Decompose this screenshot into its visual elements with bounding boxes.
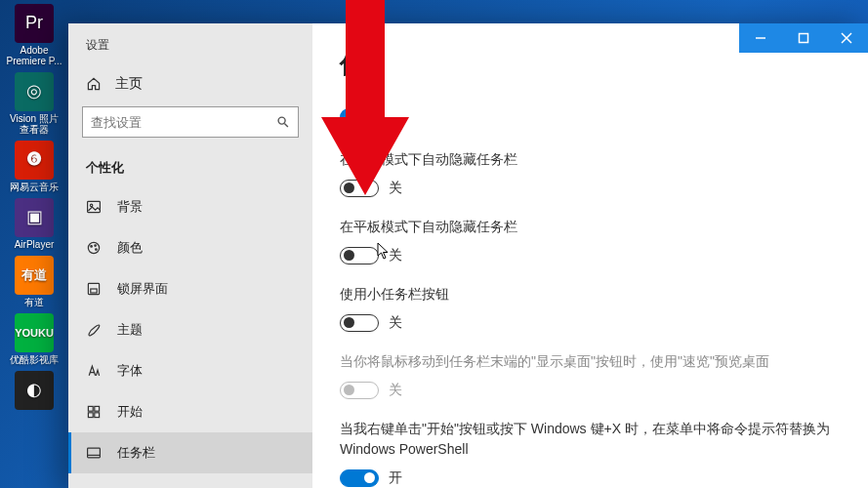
toggle-switch[interactable] [340, 314, 379, 332]
toggle-state: 关 [389, 180, 402, 197]
desktop-icon[interactable]: ❻网易云音乐 [6, 141, 62, 192]
start-icon [86, 404, 102, 420]
svg-point-11 [96, 249, 98, 251]
desktop-icon-label: 优酷影视库 [10, 354, 59, 365]
taskbar-icon [86, 445, 102, 461]
settings-sidebar: 设置 主页 个性化 背景 颜色 锁屏界面 主题 字体 [68, 23, 312, 488]
settings-content: 任 在桌面模式下自动隐藏任务栏 关 在平板模式下自动隐藏任务栏 关 使用小任务栏… [312, 23, 868, 488]
desktop-icon[interactable]: YOUKU优酷影视库 [6, 313, 62, 365]
nav-fonts[interactable]: 字体 [68, 350, 312, 391]
nav-taskbar[interactable]: 任务栏 [68, 432, 312, 473]
svg-rect-16 [88, 413, 93, 418]
app-tile-icon: Pr [15, 4, 54, 43]
svg-point-8 [88, 242, 99, 253]
setting-peek-desktop: 当你将鼠标移动到任务栏末端的"显示桌面"按钮时，使用"速览"预览桌面 关 [340, 351, 841, 399]
app-tile-icon: ◎ [15, 72, 54, 111]
toggle-switch[interactable] [340, 469, 379, 487]
nav-start[interactable]: 开始 [68, 391, 312, 432]
nav-themes[interactable]: 主题 [68, 309, 312, 350]
svg-rect-17 [95, 413, 100, 418]
desktop-icon[interactable]: ◎Vision 照片查看器 [6, 72, 62, 135]
search-icon [276, 115, 290, 129]
nav-group-title: 个性化 [68, 155, 312, 186]
setting-label: 在桌面模式下自动隐藏任务栏 [340, 149, 841, 170]
close-button[interactable] [825, 23, 868, 53]
toggle-state: 关 [389, 247, 402, 264]
desktop-icon-label: AirPlayer [15, 239, 55, 250]
app-tile-icon: ❻ [15, 141, 54, 180]
app-tile-icon: ▣ [15, 198, 54, 237]
toggle-state: 关 [389, 314, 402, 332]
font-icon [86, 363, 102, 379]
search-settings[interactable] [82, 106, 299, 138]
settings-window: 设置 主页 个性化 背景 颜色 锁屏界面 主题 字体 [68, 23, 868, 488]
svg-point-10 [95, 245, 97, 247]
setting-powershell-replace: 当我右键单击"开始"按钮或按下 Windows 键+X 时，在菜单中将命令提示符… [340, 419, 841, 487]
minimize-button[interactable] [739, 23, 782, 53]
nav-background[interactable]: 背景 [68, 186, 312, 227]
search-input[interactable] [91, 115, 270, 130]
toggle-switch[interactable] [340, 180, 379, 197]
desktop-icon-label: Adobe Premiere P... [6, 45, 62, 66]
svg-line-5 [284, 123, 288, 126]
toggle-switch-disabled [340, 382, 379, 399]
toggle-state: 关 [389, 382, 402, 399]
svg-point-4 [278, 117, 285, 124]
setting-label: 在平板模式下自动隐藏任务栏 [340, 217, 841, 237]
brush-icon [86, 322, 102, 338]
window-titlebar-controls [739, 23, 868, 53]
lockscreen-icon [86, 281, 102, 297]
nav-label: 颜色 [117, 239, 143, 257]
setting-label: 当你将鼠标移动到任务栏末端的"显示桌面"按钮时，使用"速览"预览桌面 [340, 351, 841, 372]
nav-label: 锁屏界面 [117, 280, 168, 298]
home-icon [86, 76, 102, 92]
svg-point-9 [91, 246, 93, 248]
maximize-button[interactable] [782, 23, 825, 53]
app-title: 设置 [68, 31, 312, 67]
app-tile-icon: YOUKU [15, 313, 54, 352]
picture-icon [86, 199, 102, 215]
svg-rect-6 [88, 201, 101, 212]
home-nav[interactable]: 主页 [68, 67, 312, 106]
app-tile-icon: 有道 [15, 256, 54, 295]
home-label: 主页 [115, 75, 143, 93]
svg-rect-15 [95, 406, 100, 411]
nav-label: 字体 [117, 362, 143, 380]
palette-icon [86, 240, 102, 256]
desktop-icon[interactable]: PrAdobe Premiere P... [6, 4, 62, 66]
toggle-on-partial[interactable] [340, 108, 379, 126]
svg-rect-1 [800, 34, 808, 43]
desktop-icon[interactable]: ◐ [6, 371, 62, 412]
nav-label: 任务栏 [117, 444, 155, 462]
toggle-state: 开 [389, 469, 402, 487]
desktop-icon-label: 网易云音乐 [10, 182, 59, 192]
desktop-icon[interactable]: ▣AirPlayer [6, 198, 62, 250]
desktop-icon-label: 有道 [24, 297, 44, 307]
setting-label: 使用小任务栏按钮 [340, 284, 841, 305]
setting-auto-hide-desktop: 在桌面模式下自动隐藏任务栏 关 [340, 149, 841, 197]
svg-rect-18 [88, 448, 101, 458]
nav-label: 开始 [117, 403, 143, 421]
setting-small-taskbar-buttons: 使用小任务栏按钮 关 [340, 284, 841, 332]
desktop-icon-label: Vision 照片查看器 [6, 113, 62, 135]
nav-label: 背景 [117, 198, 143, 216]
desktop-icons-column-1: PrAdobe Premiere P... ◎Vision 照片查看器 ❻网易云… [0, 0, 70, 416]
desktop-icon[interactable]: 有道有道 [6, 256, 62, 307]
nav-colors[interactable]: 颜色 [68, 227, 312, 268]
svg-rect-14 [88, 406, 93, 411]
app-tile-icon: ◐ [15, 371, 54, 410]
svg-rect-13 [91, 289, 97, 293]
setting-label: 当我右键单击"开始"按钮或按下 Windows 键+X 时，在菜单中将命令提示符… [340, 419, 841, 460]
nav-lockscreen[interactable]: 锁屏界面 [68, 268, 312, 309]
toggle-switch[interactable] [340, 247, 379, 264]
nav-label: 主题 [117, 321, 143, 339]
setting-auto-hide-tablet: 在平板模式下自动隐藏任务栏 关 [340, 217, 841, 264]
